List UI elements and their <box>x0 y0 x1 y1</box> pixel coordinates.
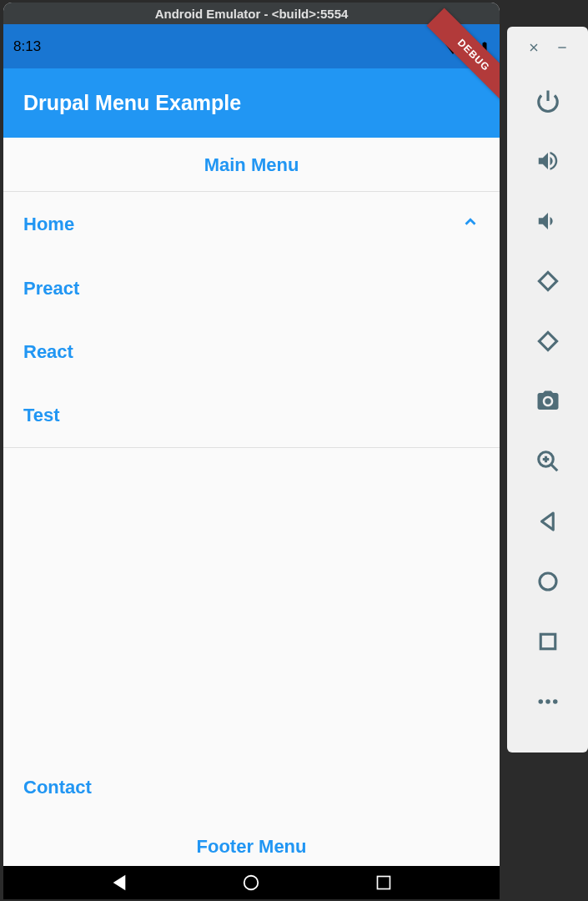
menu-item-label: Home <box>23 214 74 235</box>
status-time: 8:13 <box>13 38 41 55</box>
svg-point-11 <box>545 699 550 704</box>
menu-item-label: Contact <box>23 777 92 798</box>
menu-item-label: Preact <box>23 278 79 299</box>
home-button[interactable] <box>527 551 569 612</box>
nav-home-button[interactable] <box>240 872 262 893</box>
overview-button[interactable] <box>527 612 569 672</box>
footer-menu-header[interactable]: Footer Menu <box>3 819 500 866</box>
close-icon[interactable] <box>525 39 542 56</box>
screenshot-button[interactable] <box>527 371 569 431</box>
zoom-button[interactable] <box>527 431 569 491</box>
svg-point-10 <box>538 699 543 704</box>
app-title: Drupal Menu Example <box>23 91 241 115</box>
minimize-icon[interactable] <box>554 39 570 56</box>
svg-point-12 <box>553 699 558 704</box>
footer-menu-area: Contact Footer Menu <box>3 756 500 866</box>
svg-rect-3 <box>539 332 556 350</box>
android-nav-bar <box>3 866 500 899</box>
svg-line-5 <box>550 465 557 471</box>
content-spacer <box>3 448 500 756</box>
menu-item-preact[interactable]: Preact <box>3 257 500 320</box>
app-content: Main Menu Home Preact React Test <box>3 138 500 866</box>
emulator-toolbar <box>507 27 588 753</box>
app-bar: Drupal Menu Example <box>3 68 500 138</box>
more-button[interactable] <box>527 672 569 732</box>
emulator-window: Android Emulator - <build>:5554 8:13 DEB… <box>3 3 500 899</box>
svg-rect-9 <box>540 634 555 649</box>
chevron-up-icon <box>461 213 480 236</box>
device-frame: 8:13 DEBUG Drupal Menu Example Main Menu… <box>3 24 500 899</box>
window-title: Android Emulator - <build>:5554 <box>155 7 349 21</box>
window-titlebar: Android Emulator - <build>:5554 <box>3 3 500 24</box>
main-menu-header[interactable]: Main Menu <box>3 138 500 192</box>
svg-point-8 <box>540 573 556 590</box>
svg-rect-1 <box>377 877 389 889</box>
rotate-right-button[interactable] <box>527 311 569 371</box>
menu-item-home[interactable]: Home <box>3 192 500 257</box>
svg-rect-2 <box>539 272 556 289</box>
volume-down-button[interactable] <box>527 191 569 251</box>
main-menu-list: Home Preact React Test <box>3 192 500 448</box>
back-button[interactable] <box>527 491 569 551</box>
menu-item-label: Test <box>23 405 60 426</box>
menu-item-test[interactable]: Test <box>3 384 500 447</box>
nav-recent-button[interactable] <box>373 872 395 893</box>
status-bar: 8:13 DEBUG <box>3 24 500 68</box>
volume-up-button[interactable] <box>527 131 569 191</box>
rotate-left-button[interactable] <box>527 251 569 311</box>
svg-point-0 <box>244 876 259 890</box>
nav-back-button[interactable] <box>108 872 130 893</box>
menu-item-react[interactable]: React <box>3 320 500 384</box>
menu-item-label: React <box>23 341 73 363</box>
menu-item-contact[interactable]: Contact <box>3 756 500 819</box>
power-button[interactable] <box>527 71 569 131</box>
